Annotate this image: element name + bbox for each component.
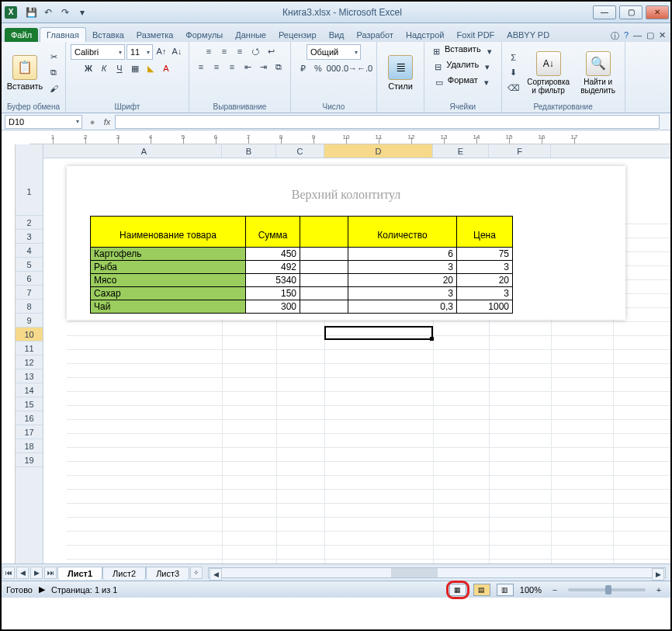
cell-price[interactable]: 20 [457, 274, 513, 287]
insert-icon[interactable]: ⊞ [429, 44, 443, 58]
grid-main[interactable]: A B C D E F Верхний колонтитул Наименова… [43, 144, 670, 563]
row-header-11[interactable]: 11 [16, 342, 43, 355]
doc-minimize-icon[interactable]: ― [633, 30, 642, 42]
row-header-6[interactable]: 6 [16, 272, 43, 286]
horizontal-scrollbar[interactable]: ◀ ▶ [208, 567, 666, 578]
tab-layout[interactable]: Разметка [130, 28, 180, 42]
page-header-placeholder[interactable]: Верхний колонтитул [67, 166, 625, 216]
row-header-18[interactable]: 18 [16, 439, 43, 453]
row-header-7[interactable]: 7 [16, 286, 43, 300]
close-button[interactable]: ✕ [646, 5, 669, 19]
row-header-12[interactable]: 12 [16, 355, 43, 369]
save-icon[interactable]: 💾 [25, 6, 37, 19]
tab-foxit[interactable]: Foxit PDF [450, 28, 501, 42]
doc-restore-icon[interactable]: ▢ [646, 30, 654, 42]
th-sum[interactable]: Сумма [246, 217, 300, 248]
col-header-f[interactable]: F [489, 144, 551, 158]
tab-review[interactable]: Рецензир [272, 28, 323, 42]
cut-icon[interactable]: ✂ [47, 50, 61, 64]
help-icon[interactable]: ? [624, 30, 629, 42]
row-header-5[interactable]: 5 [16, 258, 43, 272]
name-box[interactable]: D10 [5, 115, 82, 129]
cell-qty[interactable]: 6 [348, 248, 457, 261]
delete-icon[interactable]: ⊟ [431, 60, 445, 74]
th-empty[interactable] [300, 217, 348, 248]
col-header-b[interactable]: B [222, 144, 276, 158]
grow-font-icon[interactable]: A↑ [154, 44, 168, 58]
align-left-icon[interactable]: ≡ [194, 60, 208, 74]
decrease-indent-icon[interactable]: ⇤ [241, 60, 255, 74]
col-header-a[interactable]: A [67, 144, 222, 158]
delete-label[interactable]: Удалить [446, 60, 479, 74]
row-header-14[interactable]: 14 [16, 383, 43, 397]
cell-empty[interactable] [300, 274, 348, 287]
row-header-4[interactable]: 4 [16, 244, 43, 258]
cell-sum[interactable]: 150 [246, 287, 300, 300]
decrease-decimal-icon[interactable]: ←.0 [358, 61, 372, 75]
tab-formulas[interactable]: Формулы [179, 28, 229, 42]
row-header-15[interactable]: 15 [16, 397, 43, 411]
view-pagelayout-button[interactable]: ▤ [473, 584, 490, 596]
paste-button[interactable]: 📋 Вставить [6, 47, 43, 99]
tab-abbyy[interactable]: ABBYY PD [501, 28, 556, 42]
row-header-3[interactable]: 3 [16, 230, 43, 244]
cell-empty[interactable] [300, 300, 348, 314]
align-right-icon[interactable]: ≡ [225, 60, 239, 74]
new-sheet-icon[interactable]: ✧ [190, 567, 203, 579]
currency-icon[interactable]: ₽ [296, 61, 310, 75]
align-bottom-icon[interactable]: ≡ [233, 44, 247, 58]
border-icon[interactable]: ▦ [128, 61, 142, 75]
sheet-tab-2[interactable]: Лист2 [102, 567, 146, 580]
row-header-9[interactable]: 9 [16, 314, 43, 328]
ribbon-minimize-icon[interactable]: ⓘ [611, 30, 619, 42]
cell-sum[interactable]: 5340 [246, 274, 300, 287]
row-header-17[interactable]: 17 [16, 425, 43, 439]
row-header-13[interactable]: 13 [16, 369, 43, 383]
cell-qty[interactable]: 20 [348, 274, 457, 287]
comma-icon[interactable]: 000 [327, 61, 341, 75]
orientation-icon[interactable]: ⭯ [248, 44, 262, 58]
insert-label[interactable]: Вставить [445, 44, 481, 58]
fx-icon[interactable]: fx [99, 117, 115, 127]
italic-button[interactable]: К [97, 61, 111, 75]
th-qty[interactable]: Количество [348, 217, 457, 248]
wrap-text-icon[interactable]: ↩ [264, 44, 278, 58]
format-painter-icon[interactable]: 🖌 [47, 81, 61, 95]
doc-close-icon[interactable]: ✕ [659, 30, 666, 42]
tab-view[interactable]: Вид [323, 28, 351, 42]
sheet-nav-last-icon[interactable]: ⏭ [44, 567, 57, 579]
percent-icon[interactable]: % [311, 61, 325, 75]
format-icon[interactable]: ▭ [432, 75, 446, 89]
align-center-icon[interactable]: ≡ [210, 60, 223, 74]
row-header-8[interactable]: 8 [16, 300, 43, 314]
view-pagebreak-button[interactable]: ▥ [497, 584, 514, 596]
col-header-c[interactable]: C [276, 144, 324, 158]
row-header-1[interactable]: 1 [16, 185, 43, 216]
zoom-out-icon[interactable]: − [548, 583, 562, 597]
cell-empty[interactable] [300, 261, 348, 274]
formula-input[interactable] [115, 115, 660, 129]
redo-icon[interactable]: ↷ [59, 6, 71, 19]
align-middle-icon[interactable]: ≡ [217, 44, 231, 58]
clear-icon[interactable]: ⌫ [507, 81, 521, 95]
cell-sum[interactable]: 492 [246, 261, 300, 274]
th-price[interactable]: Цена [457, 217, 513, 248]
zoom-level[interactable]: 100% [520, 585, 542, 595]
font-color-icon[interactable]: A [159, 61, 173, 75]
cell-price[interactable]: 3 [457, 287, 513, 300]
maximize-button[interactable]: ▢ [619, 5, 643, 19]
cell-sum[interactable]: 300 [246, 300, 300, 314]
fill-icon[interactable]: ⬇ [507, 66, 521, 80]
fill-color-icon[interactable]: ◣ [144, 61, 158, 75]
hscroll-right-icon[interactable]: ▶ [652, 568, 664, 581]
cell-qty[interactable]: 3 [348, 287, 457, 300]
sheet-tab-3[interactable]: Лист3 [146, 567, 189, 580]
cell-qty[interactable]: 3 [348, 261, 457, 274]
sheet-nav-first-icon[interactable]: ⏮ [2, 567, 15, 579]
format-dropdown-icon[interactable]: ▾ [480, 75, 494, 89]
undo-icon[interactable]: ↶ [42, 6, 54, 19]
sheet-tab-1[interactable]: Лист1 [57, 567, 102, 580]
tab-home[interactable]: Главная [40, 27, 86, 42]
shrink-font-icon[interactable]: A↓ [170, 44, 184, 58]
sheet-nav-next-icon[interactable]: ▶ [30, 567, 43, 579]
